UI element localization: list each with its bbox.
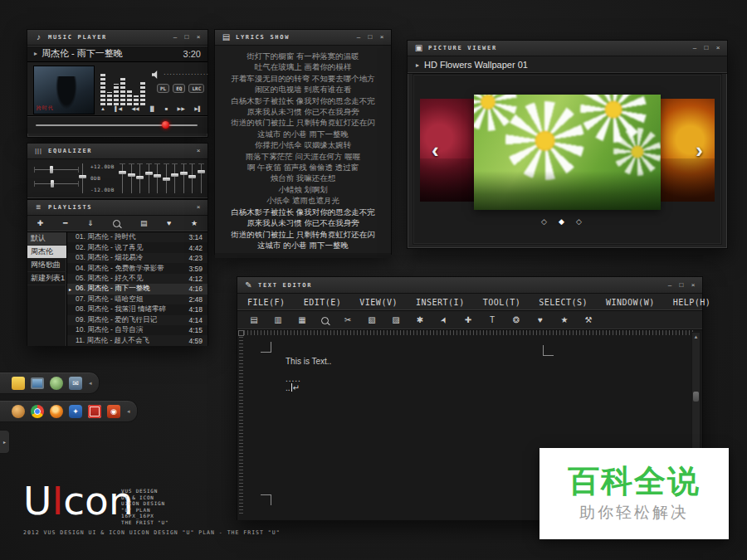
app-blue-icon[interactable]: ✦ xyxy=(69,405,82,418)
lyrics-titlebar[interactable]: ▤ LYRICS SHOW – □ × xyxy=(215,30,391,46)
add-icon[interactable]: ✚ xyxy=(463,315,473,325)
scroll-up-icon[interactable]: ▲ xyxy=(692,334,700,340)
document-icon[interactable]: ▧ xyxy=(367,315,377,325)
close-button[interactable]: × xyxy=(195,34,202,41)
track-row[interactable]: 09. 周杰伦 - 爱的飞行日记4:14 xyxy=(67,315,208,325)
close-button[interactable]: × xyxy=(715,45,721,51)
menu-help[interactable]: HELP(H) xyxy=(673,298,711,307)
balance-slider[interactable] xyxy=(34,166,79,173)
picture-viewer-titlebar[interactable]: ▣ PICTURE VIEWER – □ × xyxy=(408,41,727,56)
carousel-dot-1[interactable]: ◇ xyxy=(541,217,559,226)
band-slider[interactable] xyxy=(163,163,169,193)
close-button[interactable]: × xyxy=(195,148,202,154)
robot-icon[interactable] xyxy=(50,377,63,390)
scrollbar-thumb[interactable] xyxy=(693,392,699,402)
progress-knob[interactable] xyxy=(162,121,169,129)
maximize-button[interactable]: □ xyxy=(183,34,190,41)
pointer-icon[interactable]: ➤ xyxy=(437,314,451,327)
previous-arrow[interactable]: ‹ xyxy=(432,139,439,161)
slider-thumb[interactable] xyxy=(79,175,86,178)
music-player-titlebar[interactable]: ♪ MUSIC PLAYER – □ × xyxy=(27,30,208,46)
dock-collapse-icon[interactable]: ◂ xyxy=(89,380,92,387)
slider-thumb[interactable] xyxy=(188,175,196,178)
remove-icon[interactable]: ━ xyxy=(63,220,67,227)
paste-icon[interactable]: ▨ xyxy=(391,315,401,325)
eject-button[interactable]: ▲ xyxy=(100,105,105,113)
dock-collapse-icon[interactable]: ◂ xyxy=(127,408,130,415)
track-row[interactable]: 11. 周杰伦 - 超人不会飞4:59 xyxy=(67,335,208,345)
pl-mode-button[interactable]: PL xyxy=(157,84,169,93)
playlist-tab-1[interactable]: 默认 xyxy=(27,232,66,246)
equalizer-titlebar[interactable]: ||| EQUALIZER × xyxy=(27,144,208,159)
slider-thumb[interactable] xyxy=(163,178,170,181)
playlists-titlebar[interactable]: ≡ PLAYLISTS × xyxy=(27,200,208,216)
add-icon[interactable]: ✚ xyxy=(37,220,44,227)
text-editor-titlebar[interactable]: ✎ TEXT EDITOR – □ × xyxy=(237,277,702,294)
volume-level[interactable]: ··············· xyxy=(164,71,209,78)
playlist-tab-3[interactable]: 网络歌曲 xyxy=(27,259,66,272)
gain-slider[interactable] xyxy=(79,163,85,193)
save-icon[interactable]: ▦ xyxy=(297,315,307,325)
menu-file[interactable]: FILE(F) xyxy=(247,298,286,307)
playlist-tab-2[interactable]: 周杰伦 xyxy=(27,246,66,259)
close-button[interactable]: × xyxy=(378,34,385,41)
slider-thumb[interactable] xyxy=(154,174,161,178)
track-row[interactable]: 02. 周杰伦 - 说了再见4:42 xyxy=(67,242,208,252)
star-icon[interactable]: ★ xyxy=(191,220,198,227)
next-button[interactable]: ▶▌ xyxy=(194,105,202,113)
search-icon[interactable] xyxy=(113,220,120,227)
progress-bar[interactable] xyxy=(27,115,208,134)
band-slider[interactable] xyxy=(128,163,134,193)
minimize-button[interactable]: – xyxy=(172,34,178,41)
rewind-button[interactable]: ◀◀ xyxy=(131,105,139,113)
eq-mode-button[interactable]: EQ xyxy=(173,84,185,93)
band-slider[interactable] xyxy=(171,163,178,193)
star-icon[interactable]: ★ xyxy=(559,315,569,325)
settings-icon[interactable]: ✱ xyxy=(415,315,425,325)
carousel-dot-3[interactable]: ◇ xyxy=(576,217,593,226)
minimize-button[interactable]: – xyxy=(666,282,673,289)
document-text[interactable]: This is Text.. ..... ..↵ xyxy=(286,357,331,392)
monitor-icon[interactable] xyxy=(31,377,44,389)
track-row[interactable]: 08. 周杰伦 - 我落泪 情绪零碎4:18 xyxy=(67,304,208,314)
lrc-mode-button[interactable]: LRC xyxy=(188,84,204,93)
mail-icon[interactable]: ✉ xyxy=(69,377,82,390)
band-slider[interactable] xyxy=(180,163,187,193)
slider-thumb[interactable] xyxy=(171,173,178,177)
open-folder-icon[interactable]: ▥ xyxy=(273,315,283,325)
slider-thumb[interactable] xyxy=(119,171,126,174)
speaker-icon[interactable] xyxy=(152,71,160,79)
heart-icon[interactable]: ♥ xyxy=(167,220,171,227)
track-row[interactable]: ▸06. 周杰伦 - 雨下一整晚4:16 xyxy=(67,284,208,294)
stop-button[interactable]: ■ xyxy=(165,105,168,113)
prev-button[interactable]: ▌◀ xyxy=(115,105,122,113)
minimize-button[interactable]: – xyxy=(355,34,362,41)
folder-icon[interactable] xyxy=(12,377,25,390)
slider-thumb[interactable] xyxy=(198,170,205,173)
next-image-thumb[interactable] xyxy=(660,99,715,202)
minimize-button[interactable]: – xyxy=(691,45,698,51)
band-slider[interactable] xyxy=(119,163,125,193)
file-icon[interactable]: ▤ xyxy=(140,220,148,227)
heart-icon[interactable]: ♥ xyxy=(535,315,545,325)
slider-thumb[interactable] xyxy=(50,166,53,173)
menu-tool[interactable]: TOOL(T) xyxy=(483,298,521,307)
previous-image-thumb[interactable] xyxy=(420,99,475,202)
menu-insert[interactable]: INSERT(I) xyxy=(416,298,465,307)
menu-window[interactable]: WINDOW(W) xyxy=(606,298,655,307)
maximize-button[interactable]: □ xyxy=(678,282,685,289)
cut-icon[interactable]: ✂ xyxy=(343,315,353,325)
pause-button[interactable]: ▐▌ xyxy=(149,105,156,113)
wrench-icon[interactable]: ⚒ xyxy=(583,315,593,325)
dock-edge-tab[interactable]: ▸ xyxy=(0,430,10,454)
band-slider[interactable] xyxy=(188,163,195,193)
scrollbar[interactable]: ▲ xyxy=(691,332,701,467)
browser-firefox-icon[interactable] xyxy=(50,405,63,418)
next-arrow[interactable]: › xyxy=(696,139,703,161)
track-row[interactable]: 03. 周杰伦 - 烟花易冷4:23 xyxy=(67,253,208,263)
playlist-tab-4[interactable]: 新建列表1 xyxy=(27,272,66,285)
close-button[interactable]: × xyxy=(195,204,202,211)
progress-track[interactable] xyxy=(36,124,198,126)
band-slider[interactable] xyxy=(145,163,152,193)
import-icon[interactable]: ⇓ xyxy=(87,220,94,227)
